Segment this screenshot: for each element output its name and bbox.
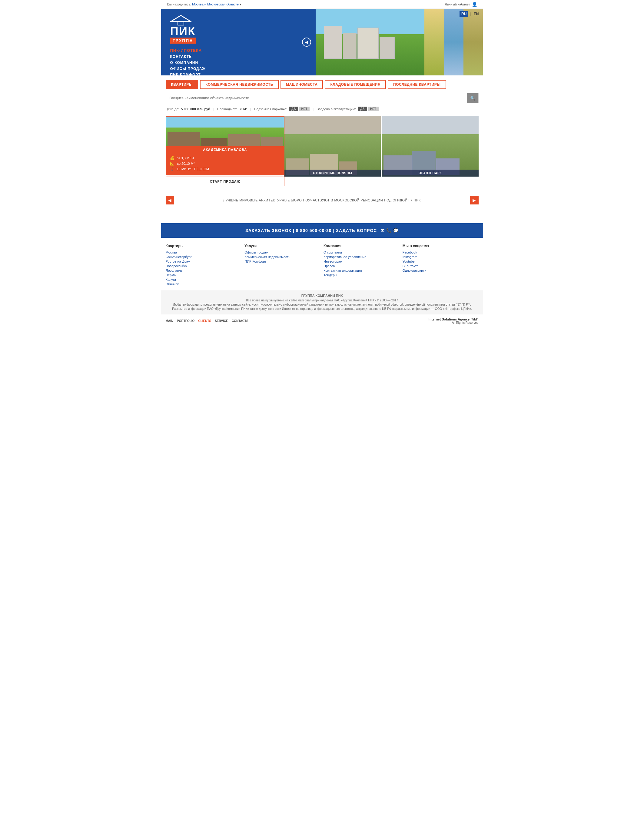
bottom-nav: MAIN PORTFOLIO CLIENTS SERVICE CONTACTS …	[161, 314, 483, 327]
hero-section: ПИК ГРУППА ПИК-ИПОТЕКА КОНТАКТЫ О КОМПАН…	[161, 9, 483, 75]
card-walk: 10 МИНУТ ПЕШКОМ	[177, 167, 209, 171]
card-cta-button[interactable]: СТАРТ ПРОДАЖ	[166, 176, 284, 186]
card-main-info: 💰 от 3,3 МЛН 📐 до 20,10 М² 🚶 10 МИНУТ ПЕ…	[166, 153, 284, 175]
card-info-walk: 🚶 10 МИНУТ ПЕШКОМ	[170, 167, 281, 171]
parking-filter: Подземная парковка: ДА НЕТ	[254, 107, 310, 111]
footer-link-obninsk[interactable]: Обнинск	[166, 282, 242, 286]
filter-sep-2: |	[250, 107, 251, 111]
search-button[interactable]: 🔍	[467, 93, 478, 103]
footer-link-press[interactable]: Пресса	[324, 264, 400, 268]
parking-label: Подземная парковка:	[254, 107, 287, 111]
logo-area: ПИК ГРУППА	[170, 15, 307, 44]
commissioned-toggle[interactable]: ДА НЕТ	[358, 107, 378, 111]
commissioned-yes[interactable]: ДА	[358, 107, 367, 111]
footer-columns: Квартиры Москва Санкт-Петербург Ростов-н…	[161, 238, 483, 290]
cta-icons: ✉ 📞 💬	[381, 228, 399, 233]
footer-link-kaluga[interactable]: Калуга	[166, 278, 242, 281]
nav-o-kompanii[interactable]: О КОМПАНИИ	[170, 60, 307, 65]
card-oranzh[interactable]: ОРАНЖ ПАРК	[382, 116, 478, 176]
dropdown-icon[interactable]: ▾	[240, 2, 242, 6]
news-prev-button[interactable]: ◀	[166, 196, 174, 204]
cards-right: СТОЛИЧНЫЕ ПОЛЯНЫ ОРАНЖ ПАРК	[284, 116, 478, 186]
card3-label: ОРАНЖ ПАРК	[382, 170, 478, 176]
back-arrow-button[interactable]: ◀	[302, 38, 311, 47]
commissioned-label: Введено в эксплуатацию:	[317, 107, 356, 111]
footer-link-spb[interactable]: Санкт-Петербург	[166, 255, 242, 259]
hero-bg	[315, 9, 483, 75]
footer-link-about[interactable]: О компании	[324, 250, 400, 254]
lang-sep: |	[469, 12, 471, 16]
footer-link-pikcomfort[interactable]: ПИК-Комфорт	[244, 260, 320, 263]
top-bar: Вы находитесь: Москва и Московская облас…	[161, 0, 483, 9]
nav-pik-komfort[interactable]: ПИК-КОМФОРТ	[170, 73, 307, 77]
card-info-price: 💰 от 3,3 МЛН	[170, 156, 281, 160]
tab-storage[interactable]: КЛАДОВЫЕ ПОМЕЩЕНИЯ	[325, 80, 386, 89]
nav-pik-ipoteka[interactable]: ПИК-ИПОТЕКА	[170, 48, 307, 53]
commissioned-no[interactable]: НЕТ	[368, 107, 379, 111]
walk-icon: 🚶	[170, 167, 175, 171]
footer-link-odnoklassniki[interactable]: Одноклассники	[402, 269, 479, 272]
rights-text: All Rights Reserved	[428, 321, 479, 324]
footer-link-perm[interactable]: Пермь	[166, 273, 242, 277]
news-banner: ◀ ЛУЧШИЕ МИРОВЫЕ АРХИТЕКТУРНЫЕ БЮРО ПОУЧ…	[161, 192, 483, 208]
footer-link-commercial[interactable]: Коммерческая недвижимость	[244, 255, 320, 259]
nav-ofisy[interactable]: ОФИСЫ ПРОДАЖ	[170, 67, 307, 71]
footer-link-novorossiysk[interactable]: Новороссийск	[166, 264, 242, 268]
svg-marker-0	[171, 15, 191, 21]
lang-en[interactable]: EN	[472, 11, 481, 17]
footer-link-rostov[interactable]: Ростов-на-Дону	[166, 260, 242, 263]
filter-sep-3: |	[312, 107, 314, 111]
tab-last[interactable]: ПОСЛЕДНИЕ КВАРТИРЫ	[388, 80, 446, 89]
bottom-nav-contacts[interactable]: CONTACTS	[232, 319, 248, 323]
lang-ru[interactable]: RU	[459, 11, 468, 17]
footer-link-instagram[interactable]: Instagram	[402, 255, 479, 259]
price-filter: Цена до: 5 000 000 млн руб	[166, 107, 210, 111]
footer-legal: ГРУППА КОМПАНИЙ ПИК Все права на публику…	[161, 290, 483, 314]
tab-parking[interactable]: МАШИНОМЕСТА	[281, 80, 323, 89]
hero-buildings	[324, 22, 395, 59]
card-info-area: 📐 до 20,10 М²	[170, 162, 281, 166]
bottom-nav-clients[interactable]: CLIENTS	[198, 319, 211, 323]
account-label[interactable]: Личный кабинет	[445, 2, 470, 6]
footer-link-corp[interactable]: Корпоративное управление	[324, 255, 400, 259]
location-link[interactable]: Москва и Московская область	[192, 2, 239, 6]
search-input[interactable]	[166, 94, 467, 103]
footer-link-tenders[interactable]: Тендеры	[324, 273, 400, 277]
footer-link-offices[interactable]: Офисы продаж	[244, 250, 320, 254]
spacer	[161, 208, 483, 217]
search-bar: 🔍	[166, 93, 479, 103]
cta-sep1: |	[293, 228, 296, 233]
news-next-button[interactable]: ▶	[470, 196, 479, 204]
parking-yes[interactable]: ДА	[289, 107, 298, 111]
tab-commercial[interactable]: КОММЕРЧЕСКАЯ НЕДВИЖИМОСТЬ	[200, 80, 279, 89]
parking-no[interactable]: НЕТ	[299, 107, 310, 111]
bottom-nav-service[interactable]: SERVICE	[215, 319, 228, 323]
card-stolnichnye[interactable]: СТОЛИЧНЫЕ ПОЛЯНЫ	[284, 116, 381, 176]
footer-link-investors[interactable]: Инвесторам	[324, 260, 400, 263]
logo-house-icon	[170, 15, 191, 25]
tab-kvartiry[interactable]: КВАРТИРЫ	[166, 80, 198, 89]
footer-col-kvartiry: Квартиры Москва Санкт-Петербург Ростов-н…	[166, 244, 242, 287]
footer-link-youtube[interactable]: Youtube	[402, 260, 479, 263]
lang-toggle[interactable]: RU | EN	[459, 11, 481, 17]
card-main[interactable]: АКАДЕМИКА ПАВЛОВА 💰 от 3,3 МЛН 📐 до 20,1…	[166, 116, 285, 186]
footer-link-contacts[interactable]: Контактная информация	[324, 269, 400, 272]
footer-link-moscow[interactable]: Москва	[166, 250, 242, 254]
order-call-label[interactable]: ЗАКАЗАТЬ ЗВОНОК	[245, 228, 291, 233]
cta-phone[interactable]: 8 800 500-00-20	[296, 228, 332, 233]
nav-kontakty[interactable]: КОНТАКТЫ	[170, 54, 307, 59]
ask-question-label[interactable]: ЗАДАТЬ ВОПРОС	[336, 228, 377, 233]
bottom-nav-main[interactable]: MAIN	[166, 319, 173, 323]
footer-link-yaroslavl[interactable]: Ярославль	[166, 269, 242, 272]
footer-link-facebook[interactable]: Facebook	[402, 250, 479, 254]
price-icon: 💰	[170, 156, 175, 160]
account-area[interactable]: Личный кабинет 👤	[445, 2, 477, 7]
footer-col3-title: Компания	[324, 244, 400, 248]
cards-section: АКАДЕМИКА ПАВЛОВА 💰 от 3,3 МЛН 📐 до 20,1…	[161, 113, 483, 189]
footer-link-vkontakte[interactable]: ВКонтакте	[402, 264, 479, 268]
agency-name: Internet Solutions Agency "5M"	[428, 317, 479, 321]
card-main-image: АКАДЕМИКА ПАВЛОВА	[166, 117, 284, 153]
bottom-nav-portfolio[interactable]: PORTFOLIO	[177, 319, 195, 323]
filters-row: Цена до: 5 000 000 млн руб | Площадь от:…	[161, 105, 483, 113]
parking-toggle[interactable]: ДА НЕТ	[289, 107, 310, 111]
